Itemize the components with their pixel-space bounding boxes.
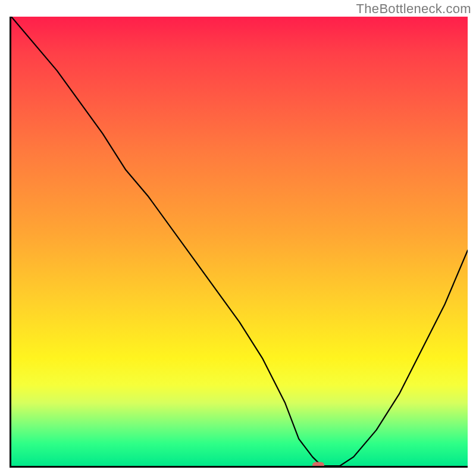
minimum-marker — [312, 462, 324, 468]
bottleneck-curve — [11, 17, 468, 466]
plot-area — [10, 17, 468, 468]
watermark-text: TheBottleneck.com — [356, 1, 471, 17]
chart-frame: TheBottleneck.com — [0, 0, 476, 476]
